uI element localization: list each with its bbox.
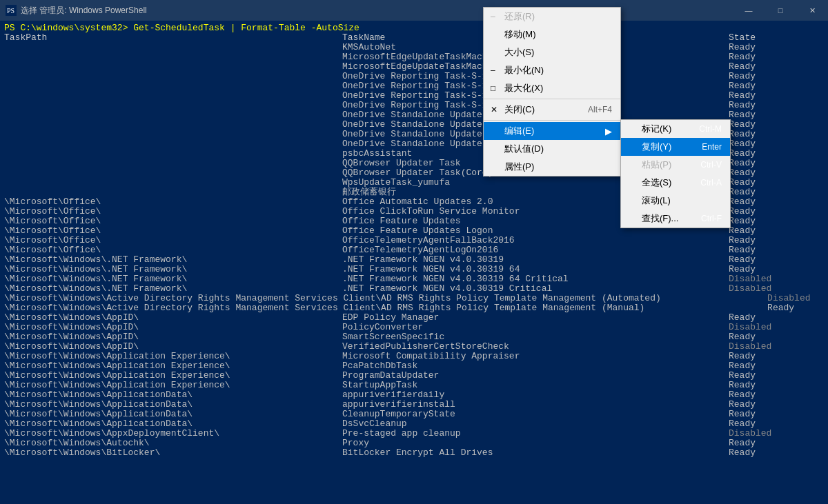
row-state: Ready bbox=[729, 226, 756, 236]
row-taskpath: \Microsoft\Windows\AppxDeploymentClient\ bbox=[4, 429, 342, 439]
table-row: MicrosoftEdgeUpdateTaskMachine...Ready bbox=[4, 62, 824, 72]
menu-item-properties[interactable]: 属性(P) bbox=[484, 158, 620, 176]
row-taskname: PcaPatchDbTask bbox=[342, 361, 729, 371]
menu-item-edit[interactable]: 编辑(E) ▶ 标记(K) Ctrl-M 复制(Y) Enter 粘贴(P) C… bbox=[484, 122, 620, 140]
table-row: \Microsoft\Windows\AppID\SmartScreenSpec… bbox=[4, 332, 824, 342]
row-taskname: appuriverifierinstall bbox=[342, 400, 729, 410]
table-row: \Microsoft\Office\OfficeTelemetryAgentFa… bbox=[4, 236, 824, 245]
row-state: Ready bbox=[729, 43, 756, 52]
row-taskpath: \Microsoft\Windows\AppID\ bbox=[4, 313, 342, 323]
row-taskpath: \Microsoft\Windows\AppID\ bbox=[4, 342, 342, 352]
row-taskname: Microsoft Compatibility Appraiser bbox=[342, 352, 729, 361]
menu-item-minimize[interactable]: – 最小化(N) bbox=[484, 61, 620, 79]
submenu-copy[interactable]: 复制(Y) Enter bbox=[621, 138, 730, 156]
menu-item-maximize[interactable]: □ 最大化(X) bbox=[484, 79, 620, 97]
prompt-text: PS C:\windows\system32> bbox=[4, 23, 133, 33]
table-row: \Microsoft\Windows\ApplicationData\appur… bbox=[4, 390, 824, 400]
row-taskpath: \Microsoft\Windows\AppID\ bbox=[4, 323, 342, 332]
table-row: \Microsoft\Windows\AppID\PolicyConverter… bbox=[4, 323, 824, 332]
row-state: Ready bbox=[729, 159, 756, 168]
row-state: Ready bbox=[729, 381, 756, 390]
row-taskpath: \Microsoft\Office\ bbox=[4, 226, 342, 236]
row-taskname: SmartScreenSpecific bbox=[342, 332, 729, 342]
row-taskname: .NET Framework NGEN v4.0.30319 64 Critic… bbox=[342, 274, 729, 284]
row-state: Ready bbox=[729, 361, 756, 371]
row-state: Ready bbox=[729, 52, 756, 62]
minimize-button[interactable]: — bbox=[733, 0, 765, 21]
table-row: OneDrive Reporting Task-S-1-5-...Ready bbox=[4, 72, 824, 81]
row-taskname: .NET Framework NGEN v4.0.30319 64 bbox=[342, 265, 729, 274]
submenu-paste[interactable]: 粘贴(P) Ctrl-V bbox=[621, 156, 730, 174]
table-header: TaskPathTaskNameState bbox=[4, 33, 824, 43]
row-taskname: Pre-staged app cleanup bbox=[342, 429, 729, 439]
mark-label: 标记(K) bbox=[642, 123, 671, 135]
row-state: Ready bbox=[729, 448, 756, 458]
row-taskname: ProgramDataUpdater bbox=[342, 371, 729, 381]
row-state: Ready bbox=[729, 245, 756, 255]
defaults-label: 默认值(D) bbox=[504, 143, 544, 155]
row-state: Ready bbox=[729, 255, 756, 265]
table-row: \Microsoft\Windows\Application Experienc… bbox=[4, 371, 824, 381]
title-bar: PS 选择 管理员: Windows PowerShell — □ ✕ bbox=[0, 0, 828, 21]
powershell-icon: PS bbox=[6, 5, 17, 16]
mark-shortcut: Ctrl-M bbox=[685, 124, 722, 134]
context-menu[interactable]: – 还原(R) 移动(M) 大小(S) – 最小化(N) □ 最大化(X) ✕ … bbox=[483, 7, 621, 177]
table-row: \Microsoft\Windows\AppID\EDP Policy Mana… bbox=[4, 313, 824, 323]
menu-item-defaults[interactable]: 默认值(D) bbox=[484, 140, 620, 158]
row-taskpath: \Microsoft\Windows\ApplicationData\ bbox=[4, 410, 342, 419]
row-state: Ready bbox=[729, 352, 756, 361]
row-taskpath: \Microsoft\Windows\ApplicationData\ bbox=[4, 390, 342, 400]
row-taskname: VerifiedPublisherCertStoreCheck bbox=[342, 342, 729, 352]
menu-item-size[interactable]: 大小(S) bbox=[484, 43, 620, 61]
row-state: Ready bbox=[729, 149, 756, 159]
row-taskname: .NET Framework NGEN v4.0.30319 Critical bbox=[342, 284, 729, 294]
table-row: \Microsoft\Windows\ApplicationData\Clean… bbox=[4, 410, 824, 419]
table-row: OneDrive Reporting Task-S-1-5-...Ready bbox=[4, 91, 824, 101]
menu-item-move[interactable]: 移动(M) bbox=[484, 26, 620, 43]
restore-check: – bbox=[491, 12, 495, 21]
row-taskpath: \Microsoft\Office\ bbox=[4, 207, 342, 216]
row-taskname: PolicyConverter bbox=[342, 323, 729, 332]
row-taskpath: \Microsoft\Office\ bbox=[4, 216, 342, 226]
table-row: OneDrive Standalone Update Ta...Ready bbox=[4, 110, 824, 120]
row-taskname: Proxy bbox=[342, 439, 729, 448]
submenu-mark[interactable]: 标记(K) Ctrl-M bbox=[621, 120, 730, 138]
row-taskname: AD RMS Rights Policy Template Management… bbox=[381, 294, 767, 303]
table-row: \Microsoft\Windows\ApplicationData\DsSvc… bbox=[4, 419, 824, 429]
menu-item-restore[interactable]: – 还原(R) bbox=[484, 8, 620, 26]
row-state: Disabled bbox=[729, 274, 771, 284]
row-state: Ready bbox=[729, 197, 756, 207]
terminal-window[interactable]: PS C:\windows\system32> Get-ScheduledTas… bbox=[0, 21, 828, 504]
submenu-scroll[interactable]: 滚动(L) bbox=[621, 192, 730, 210]
row-taskpath: \Microsoft\Windows\Autochk\ bbox=[4, 439, 342, 448]
close-x-mark: ✕ bbox=[491, 105, 497, 114]
row-state: Disabled bbox=[729, 284, 771, 294]
table-row: \Microsoft\Windows\BitLocker\BitLocker E… bbox=[4, 448, 824, 458]
copy-label: 复制(Y) bbox=[642, 141, 671, 153]
row-state: Ready bbox=[729, 130, 756, 139]
separator-1 bbox=[484, 99, 620, 99]
maximize-button[interactable]: □ bbox=[765, 0, 796, 21]
edit-submenu[interactable]: 标记(K) Ctrl-M 复制(Y) Enter 粘贴(P) Ctrl-V 全选… bbox=[620, 119, 731, 228]
window-title: 选择 管理员: Windows PowerShell bbox=[21, 5, 147, 17]
row-taskpath: \Microsoft\Windows\Active Directory Righ… bbox=[4, 294, 381, 303]
row-taskname: .NET Framework NGEN v4.0.30319 bbox=[342, 255, 729, 265]
submenu-selectall[interactable]: 全选(S) Ctrl-A bbox=[621, 174, 730, 192]
row-state: Ready bbox=[729, 439, 756, 448]
row-state: Disabled bbox=[729, 323, 771, 332]
row-taskpath: \Microsoft\Windows\Application Experienc… bbox=[4, 352, 342, 361]
row-taskpath: \Microsoft\Windows\Application Experienc… bbox=[4, 361, 342, 371]
table-row: \Microsoft\Windows\Active Directory Righ… bbox=[4, 294, 824, 303]
row-state: Ready bbox=[729, 332, 756, 342]
submenu-find[interactable]: 查找(F)... Ctrl-F bbox=[621, 210, 730, 228]
row-state: Ready bbox=[729, 400, 756, 410]
table-row: \Microsoft\Windows\.NET Framework\.NET F… bbox=[4, 284, 824, 294]
find-shortcut: Ctrl-F bbox=[687, 214, 722, 223]
row-state: Ready bbox=[729, 168, 756, 178]
menu-item-close[interactable]: ✕ 关闭(C) Alt+F4 bbox=[484, 101, 620, 119]
table-row: \Microsoft\Windows\AppxDeploymentClient\… bbox=[4, 429, 824, 439]
row-taskpath: \Microsoft\Windows\.NET Framework\ bbox=[4, 284, 342, 294]
row-taskpath: \Microsoft\Windows\.NET Framework\ bbox=[4, 265, 342, 274]
row-state: Ready bbox=[729, 178, 756, 188]
close-button[interactable]: ✕ bbox=[796, 0, 828, 21]
